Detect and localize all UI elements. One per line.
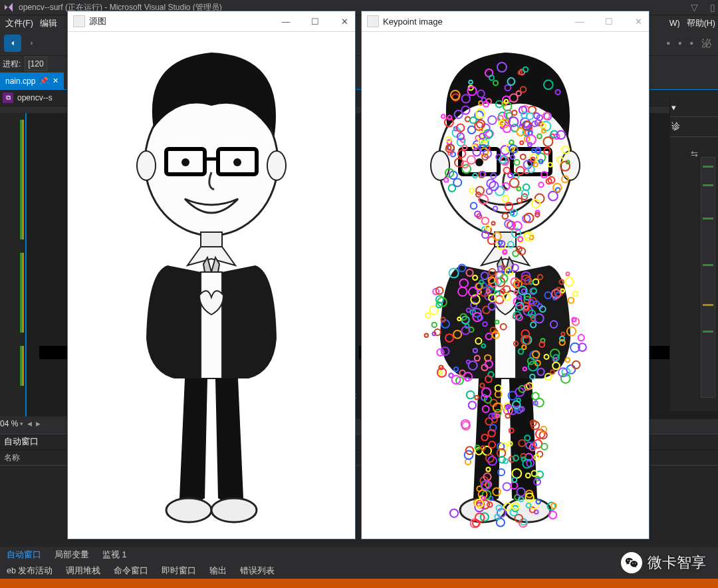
svg-point-86 — [441, 114, 445, 118]
svg-point-390 — [578, 335, 584, 341]
cv-canvas-keypoint — [362, 32, 649, 539]
svg-point-2 — [267, 151, 286, 180]
minimize-icon[interactable]: — — [574, 17, 585, 27]
wechat-icon — [621, 552, 642, 573]
diagnostics-tab[interactable]: 诊 — [670, 117, 718, 137]
maximize-icon[interactable]: ☐ — [310, 17, 320, 27]
tab-filename: nain.cpp — [5, 76, 35, 86]
svg-point-433 — [566, 358, 570, 363]
scroll-right-icon[interactable]: ▶ — [36, 420, 41, 427]
right-tool-dock: ▾ 诊 ⇆ — [669, 98, 718, 411]
cv-app-icon — [367, 15, 379, 27]
bottom-tabstrip-2: eb 发布活动 调用堆栈 命令窗口 即时窗口 输出 错误列表 — [0, 563, 718, 579]
svg-point-414 — [572, 318, 576, 322]
scroll-left-icon[interactable]: ◀ — [27, 420, 32, 427]
cv-title: 源图 — [89, 15, 106, 27]
editor-gutter — [0, 113, 27, 419]
close-icon[interactable]: ✕ — [53, 76, 59, 85]
svg-point-10 — [211, 498, 257, 522]
opencv-window-keypoint[interactable]: Keypoint image — ☐ ✕ — [361, 11, 650, 539]
tab-output[interactable]: 输出 — [203, 563, 233, 579]
tab-watch[interactable]: 监视 1 — [96, 547, 133, 563]
svg-point-359 — [425, 313, 431, 318]
svg-point-519 — [532, 392, 539, 400]
svg-point-533 — [537, 452, 542, 457]
svg-point-573 — [450, 510, 458, 517]
svg-point-373 — [436, 287, 443, 295]
svg-point-339 — [425, 334, 428, 337]
cv-titlebar[interactable]: Keypoint image — ☐ ✕ — [362, 11, 649, 32]
visual-studio-icon — [3, 1, 15, 13]
solution-name: opencv--s — [17, 93, 53, 102]
svg-point-9 — [166, 498, 211, 522]
svg-point-420 — [572, 291, 578, 297]
svg-point-7 — [233, 158, 241, 166]
opencv-window-source[interactable]: 源图 — ☐ ✕ — [67, 11, 356, 539]
overview-ruler[interactable] — [701, 157, 715, 398]
svg-point-429 — [566, 272, 569, 275]
svg-point-470 — [508, 442, 512, 446]
menu-file[interactable]: 文件(F) — [3, 17, 36, 31]
tab-callstack[interactable]: 调用堆栈 — [59, 563, 107, 579]
menu-edit[interactable]: 编辑 — [37, 17, 60, 31]
close-icon[interactable]: ✕ — [339, 17, 350, 27]
pin-icon[interactable]: 📌 — [39, 76, 49, 85]
svg-point-500 — [503, 483, 511, 491]
tab-autos[interactable]: 自动窗口 — [0, 547, 48, 563]
process-label: 进程: — [3, 59, 21, 70]
tab-command[interactable]: 命令窗口 — [107, 563, 155, 579]
svg-point-530 — [541, 444, 547, 450]
close-icon[interactable]: ✕ — [633, 17, 644, 27]
svg-point-526 — [534, 440, 542, 448]
svg-point-451 — [469, 402, 476, 409]
svg-rect-8 — [201, 232, 222, 248]
watermark-text: 微卡智享 — [648, 553, 706, 573]
svg-point-455 — [467, 391, 475, 399]
tab-immediate[interactable]: 即时窗口 — [155, 563, 203, 579]
svg-point-368 — [432, 323, 437, 327]
svg-point-6 — [181, 158, 189, 166]
menu-help[interactable]: 帮助(H) — [684, 17, 718, 31]
minimize-icon[interactable]: — — [281, 17, 291, 27]
tab-locals[interactable]: 局部变量 — [48, 547, 96, 563]
svg-point-424 — [568, 297, 574, 303]
tab-errors[interactable]: 错误列表 — [233, 563, 281, 579]
watermark: 微卡智享 — [621, 552, 706, 573]
vtab-dropdown[interactable]: ▾ — [670, 98, 718, 117]
svg-point-328 — [439, 371, 442, 374]
menu-w[interactable]: W) — [667, 17, 683, 29]
maximize-icon[interactable]: ▯ — [710, 2, 715, 13]
nav-back-button[interactable] — [4, 35, 21, 52]
cv-title: Keypoint image — [383, 17, 443, 27]
svg-point-398 — [572, 361, 580, 368]
bottom-tabstrip-1: 自动窗口 局部变量 监视 1 eb 发布活动 调用堆栈 命令窗口 即时窗口 输出… — [0, 547, 718, 563]
svg-point-574 — [549, 512, 556, 519]
cv-canvas-source — [68, 32, 355, 539]
tab-publish[interactable]: eb 发布活动 — [0, 563, 59, 579]
status-bar — [0, 579, 718, 588]
editor-tab-main[interactable]: nain.cpp 📌 ✕ — [0, 73, 64, 89]
process-combo[interactable]: [120 — [25, 57, 47, 71]
svg-point-412 — [565, 277, 574, 286]
cv-app-icon — [73, 15, 85, 27]
maximize-icon[interactable]: ☐ — [604, 17, 614, 27]
svg-point-456 — [475, 396, 479, 400]
svg-point-17 — [475, 158, 483, 166]
solution-icon: ⧉ — [3, 92, 13, 103]
minimize-icon[interactable]: ▽ — [691, 2, 698, 13]
svg-point-438 — [465, 459, 471, 464]
zoom-control[interactable]: 04 %▾ ◀ ▶ — [0, 416, 66, 431]
toolbar-overflow[interactable]: ▪ ▪ ▪ 泌 — [667, 37, 718, 50]
svg-point-1 — [137, 151, 156, 180]
nav-forward-button[interactable] — [25, 37, 39, 50]
cv-titlebar[interactable]: 源图 — ☐ ✕ — [68, 11, 355, 32]
